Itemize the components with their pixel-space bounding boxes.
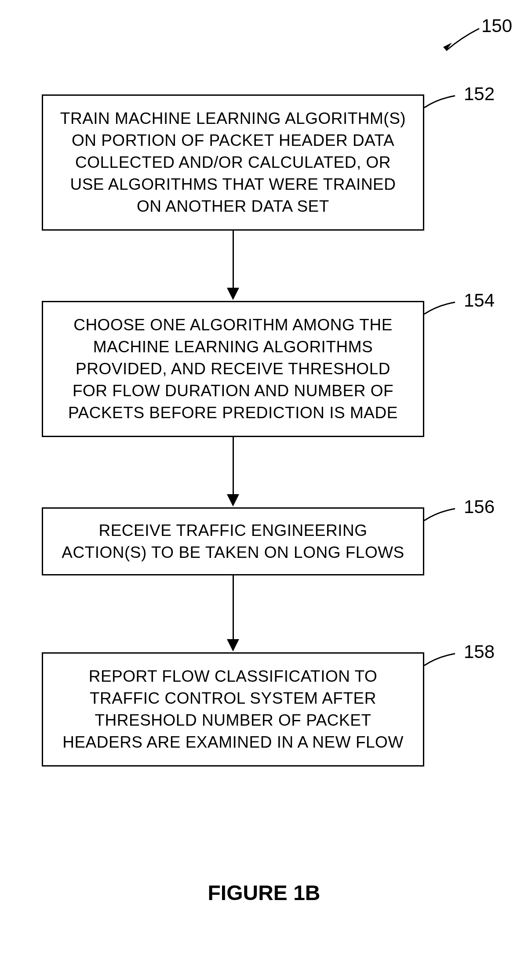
- step-text: REPORT FLOW CLASSIFICATION TO TRAFFIC CO…: [56, 665, 410, 753]
- step-text: CHOOSE ONE ALGORITHM AMONG THE MACHINE L…: [56, 314, 410, 424]
- step-box-158: REPORT FLOW CLASSIFICATION TO TRAFFIC CO…: [42, 652, 424, 767]
- arrow-icon: [227, 437, 239, 506]
- arrow-icon: [227, 575, 239, 651]
- step-text: TRAIN MACHINE LEARNING ALGORITHM(S) ON P…: [56, 108, 410, 217]
- step-label-158: 158: [464, 641, 495, 662]
- step-box-154: CHOOSE ONE ALGORITHM AMONG THE MACHINE L…: [42, 301, 424, 437]
- leader-line-icon: [422, 299, 462, 325]
- figure-title: FIGURE 1B: [208, 881, 320, 905]
- step-box-152: TRAIN MACHINE LEARNING ALGORITHM(S) ON P…: [42, 94, 424, 231]
- arrow-icon: [227, 231, 239, 300]
- flowchart-diagram: 150 TRAIN MACHINE LEARNING ALGORITHM(S) …: [0, 0, 528, 980]
- step-text: RECEIVE TRAFFIC ENGINEERING ACTION(S) TO…: [56, 520, 410, 564]
- figure-number-label: 150: [481, 15, 512, 36]
- step-label-154: 154: [464, 290, 495, 311]
- leader-line-icon: [422, 92, 462, 119]
- step-label-152: 152: [464, 83, 495, 105]
- step-label-156: 156: [464, 496, 495, 517]
- leader-line-icon: [422, 505, 462, 532]
- leader-line-icon: [422, 650, 462, 676]
- step-box-156: RECEIVE TRAFFIC ENGINEERING ACTION(S) TO…: [42, 507, 424, 575]
- figure-arrow-icon: [431, 24, 484, 59]
